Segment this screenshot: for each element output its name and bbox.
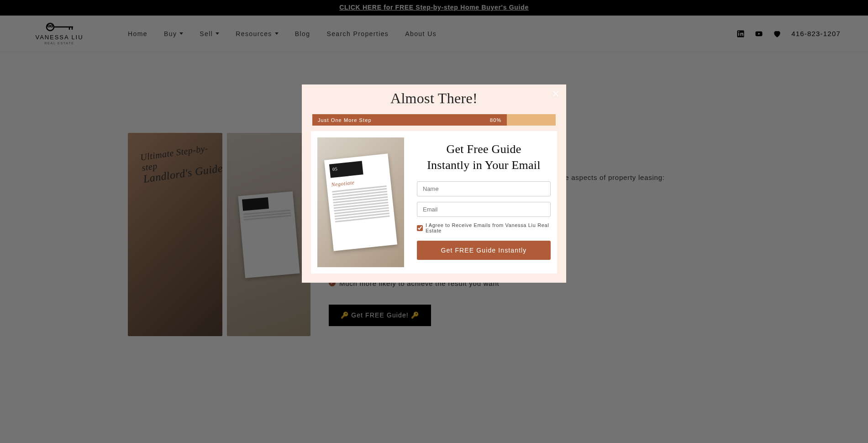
submit-button[interactable]: Get FREE Guide Instantly xyxy=(417,241,551,260)
close-icon[interactable]: ✕ xyxy=(552,88,560,100)
consent-checkbox[interactable] xyxy=(417,225,423,231)
modal-title: Almost There! xyxy=(302,90,566,107)
progress-percent: 80% xyxy=(490,117,501,123)
modal-body: 05 Negotiate Get Free Guide Instantly in… xyxy=(311,131,557,274)
modal-guide-image: 05 Negotiate xyxy=(317,137,404,267)
modal-overlay[interactable]: ✕ Almost There! Just One More Step 80% 0… xyxy=(0,0,868,443)
email-input[interactable] xyxy=(417,202,551,217)
modal-form-title: Get Free Guide Instantly in Your Email xyxy=(417,141,551,173)
consent-label: I Agree to Receive Emails from Vanessa L… xyxy=(426,222,551,233)
name-input[interactable] xyxy=(417,181,551,196)
progress-fill: Just One More Step 80% xyxy=(312,114,507,126)
modal: ✕ Almost There! Just One More Step 80% 0… xyxy=(302,84,566,283)
modal-form: Get Free Guide Instantly in Your Email I… xyxy=(417,137,551,267)
consent-checkbox-row[interactable]: I Agree to Receive Emails from Vanessa L… xyxy=(417,222,551,233)
progress-bar: Just One More Step 80% xyxy=(312,114,556,126)
progress-label: Just One More Step xyxy=(318,117,372,123)
